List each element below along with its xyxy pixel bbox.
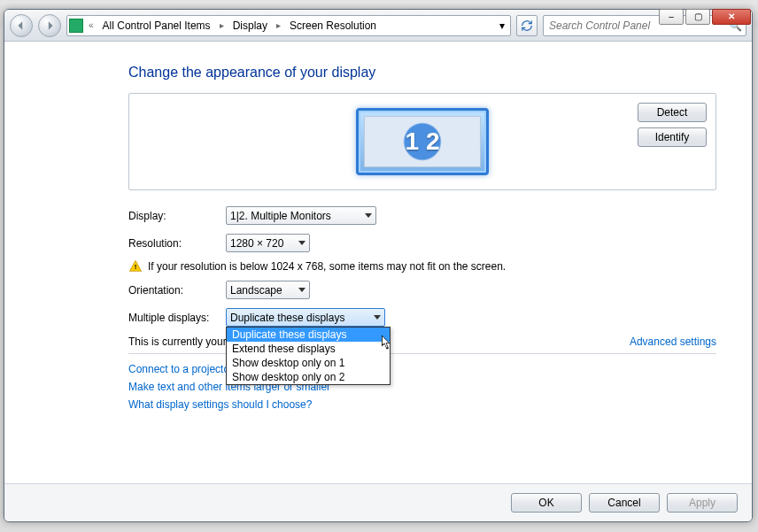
warning-icon: ! [128,259,143,274]
chevron-down-icon [298,241,306,245]
resolution-value: 1280 × 720 [230,237,283,250]
separator [128,353,716,354]
apply-button[interactable]: Apply [667,493,738,513]
back-button[interactable] [10,14,33,37]
multiple-displays-combobox[interactable]: Duplicate these displays [226,308,385,327]
resolution-label: Resolution: [128,237,226,250]
maximize-button[interactable]: ▢ [685,9,710,25]
detect-button[interactable]: Detect [638,103,707,122]
option-duplicate[interactable]: Duplicate these displays [227,328,390,342]
dialog-buttons: OK Cancel Apply [4,483,752,521]
display-value: 1|2. Multiple Monitors [230,210,331,222]
orientation-value: Landscape [230,284,282,297]
monitor-preview-box: 1 2 Detect Identify [128,93,716,190]
chevron-down-icon [365,213,372,218]
breadcrumb-display[interactable]: Display [229,16,271,35]
close-button[interactable]: ✕ [712,9,751,25]
chevron-down-icon [374,315,381,320]
breadcrumb-all-items[interactable]: All Control Panel Items [99,16,214,35]
orientation-combobox[interactable]: Landscape [226,281,310,299]
multiple-displays-label: Multiple displays: [128,312,226,324]
minimize-button[interactable]: – [659,9,684,25]
breadcrumb-screen-resolution[interactable]: Screen Resolution [286,16,380,35]
option-extend[interactable]: Extend these displays [227,342,390,356]
monitor-thumbnail[interactable]: 1 2 [356,108,489,175]
address-bar[interactable]: « All Control Panel Items ▸ Display ▸ Sc… [66,15,511,36]
display-combobox[interactable]: 1|2. Multiple Monitors [226,206,376,225]
address-dropdown[interactable]: ▾ [494,16,508,35]
orientation-label: Orientation: [128,284,226,297]
chevron-right-icon: ▸ [218,20,226,30]
svg-text:!: ! [135,263,137,271]
option-only-1[interactable]: Show desktop only on 1 [227,356,390,370]
chevron-right-icon: ▸ [275,20,282,30]
screen-resolution-window: « All Control Panel Items ▸ Display ▸ Sc… [4,9,753,522]
multiple-displays-value: Duplicate these displays [230,312,344,324]
cancel-button[interactable]: Cancel [589,493,660,513]
control-panel-icon [69,19,83,33]
breadcrumb-overflow[interactable]: « [87,20,96,30]
multiple-displays-dropdown[interactable]: Duplicate these displays Extend these di… [226,327,391,385]
chevron-down-icon [298,288,306,292]
refresh-button[interactable] [516,15,538,36]
monitor-numbers: 1 2 [398,117,447,166]
which-settings-link[interactable]: What display settings should I choose? [128,398,312,411]
navbar: « All Control Panel Items ▸ Display ▸ Sc… [4,10,752,42]
identify-button[interactable]: Identify [638,127,707,147]
warning-text: If your resolution is below 1024 x 768, … [148,260,506,273]
forward-button[interactable] [38,14,61,37]
resolution-combobox[interactable]: 1280 × 720 [226,234,310,252]
resolution-warning: ! If your resolution is below 1024 x 768… [128,259,716,274]
ok-button[interactable]: OK [511,493,582,513]
content-area: Change the appearance of your display 1 … [4,42,752,483]
option-only-2[interactable]: Show desktop only on 2 [227,370,390,384]
display-label: Display: [128,210,226,222]
page-title: Change the appearance of your display [128,65,716,81]
advanced-settings-link[interactable]: Advanced settings [630,335,716,348]
